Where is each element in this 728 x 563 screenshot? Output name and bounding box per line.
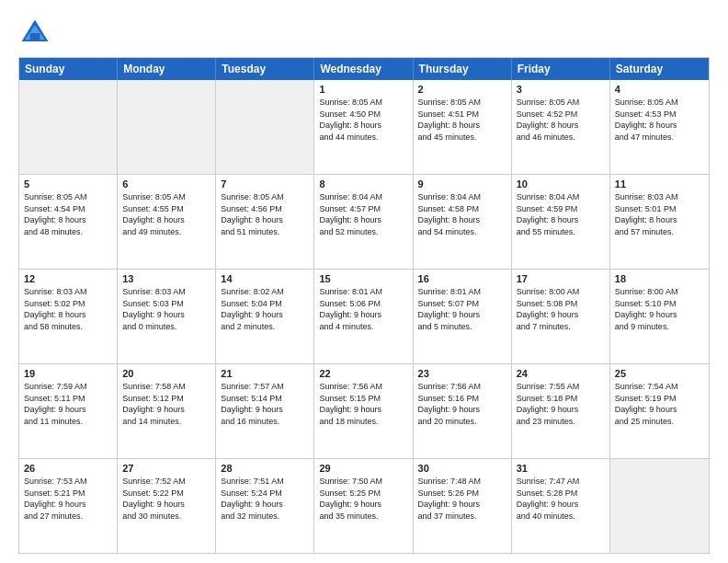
day-info: Sunrise: 8:05 AM Sunset: 4:54 PM Dayligh… [24, 191, 112, 237]
calendar-weekday-sunday: Sunday [19, 58, 118, 80]
day-number: 23 [418, 368, 506, 379]
calendar-day-27: 27Sunrise: 7:52 AM Sunset: 5:22 PM Dayli… [118, 459, 216, 553]
day-info: Sunrise: 7:54 AM Sunset: 5:19 PM Dayligh… [615, 381, 704, 427]
day-info: Sunrise: 7:47 AM Sunset: 5:28 PM Dayligh… [517, 476, 605, 522]
calendar-day-12: 12Sunrise: 8:03 AM Sunset: 5:02 PM Dayli… [19, 270, 118, 363]
day-number: 19 [24, 368, 112, 379]
day-number: 1 [319, 84, 407, 95]
day-number: 17 [517, 273, 605, 284]
calendar-day-16: 16Sunrise: 8:01 AM Sunset: 5:07 PM Dayli… [414, 270, 512, 363]
day-number: 12 [24, 273, 112, 284]
calendar-day-7: 7Sunrise: 8:05 AM Sunset: 4:56 PM Daylig… [216, 175, 314, 269]
logo [18, 17, 57, 50]
calendar-day-3: 3Sunrise: 8:05 AM Sunset: 4:52 PM Daylig… [512, 80, 610, 174]
header [18, 17, 710, 50]
day-info: Sunrise: 8:01 AM Sunset: 5:06 PM Dayligh… [319, 286, 407, 332]
day-info: Sunrise: 8:05 AM Sunset: 4:56 PM Dayligh… [221, 191, 309, 237]
calendar-day-20: 20Sunrise: 7:58 AM Sunset: 5:12 PM Dayli… [118, 364, 216, 458]
day-info: Sunrise: 7:59 AM Sunset: 5:11 PM Dayligh… [24, 381, 112, 427]
calendar-week-4: 19Sunrise: 7:59 AM Sunset: 5:11 PM Dayli… [19, 364, 709, 459]
day-info: Sunrise: 8:03 AM Sunset: 5:01 PM Dayligh… [615, 191, 704, 237]
day-number: 25 [615, 368, 704, 379]
day-number: 31 [517, 463, 605, 474]
day-number: 7 [221, 178, 309, 190]
day-number: 3 [517, 84, 605, 95]
calendar-day-25: 25Sunrise: 7:54 AM Sunset: 5:19 PM Dayli… [610, 364, 709, 458]
calendar-day-28: 28Sunrise: 7:51 AM Sunset: 5:24 PM Dayli… [216, 459, 314, 553]
day-number: 24 [517, 368, 605, 379]
day-info: Sunrise: 7:52 AM Sunset: 5:22 PM Dayligh… [122, 476, 210, 522]
calendar-week-3: 12Sunrise: 8:03 AM Sunset: 5:02 PM Dayli… [19, 270, 709, 364]
calendar-day-17: 17Sunrise: 8:00 AM Sunset: 5:08 PM Dayli… [512, 270, 610, 363]
calendar-day-empty [118, 80, 216, 174]
day-info: Sunrise: 7:55 AM Sunset: 5:18 PM Dayligh… [517, 381, 605, 427]
page: SundayMondayTuesdayWednesdayThursdayFrid… [0, 0, 728, 563]
day-info: Sunrise: 8:00 AM Sunset: 5:10 PM Dayligh… [615, 286, 704, 332]
calendar-day-4: 4Sunrise: 8:05 AM Sunset: 4:53 PM Daylig… [610, 80, 709, 174]
calendar-day-31: 31Sunrise: 7:47 AM Sunset: 5:28 PM Dayli… [512, 459, 610, 553]
day-number: 18 [615, 273, 704, 284]
day-number: 27 [122, 463, 210, 474]
day-info: Sunrise: 8:03 AM Sunset: 5:02 PM Dayligh… [24, 286, 112, 332]
day-info: Sunrise: 8:02 AM Sunset: 5:04 PM Dayligh… [221, 286, 309, 332]
day-info: Sunrise: 7:53 AM Sunset: 5:21 PM Dayligh… [24, 476, 112, 522]
calendar-day-empty [610, 459, 709, 553]
day-info: Sunrise: 8:05 AM Sunset: 4:51 PM Dayligh… [418, 97, 506, 143]
calendar-day-6: 6Sunrise: 8:05 AM Sunset: 4:55 PM Daylig… [118, 175, 216, 269]
calendar-day-8: 8Sunrise: 8:04 AM Sunset: 4:57 PM Daylig… [314, 175, 413, 269]
calendar-day-14: 14Sunrise: 8:02 AM Sunset: 5:04 PM Dayli… [216, 270, 314, 363]
calendar-week-1: 1Sunrise: 8:05 AM Sunset: 4:50 PM Daylig… [19, 80, 709, 175]
day-number: 13 [122, 273, 210, 284]
calendar-header-row: SundayMondayTuesdayWednesdayThursdayFrid… [19, 58, 709, 80]
calendar-weekday-wednesday: Wednesday [314, 58, 413, 80]
calendar-day-5: 5Sunrise: 8:05 AM Sunset: 4:54 PM Daylig… [19, 175, 118, 269]
calendar-day-23: 23Sunrise: 7:56 AM Sunset: 5:16 PM Dayli… [414, 364, 512, 458]
calendar-weekday-friday: Friday [512, 58, 610, 80]
day-number: 9 [418, 178, 506, 190]
calendar: SundayMondayTuesdayWednesdayThursdayFrid… [18, 57, 710, 554]
day-number: 21 [221, 368, 309, 379]
day-number: 10 [517, 178, 605, 190]
day-info: Sunrise: 7:58 AM Sunset: 5:12 PM Dayligh… [122, 381, 210, 427]
day-number: 26 [24, 463, 112, 474]
calendar-day-empty [19, 80, 118, 174]
calendar-body: 1Sunrise: 8:05 AM Sunset: 4:50 PM Daylig… [19, 80, 709, 553]
day-number: 5 [24, 178, 112, 190]
calendar-day-24: 24Sunrise: 7:55 AM Sunset: 5:18 PM Dayli… [512, 364, 610, 458]
day-info: Sunrise: 8:05 AM Sunset: 4:50 PM Dayligh… [319, 97, 407, 143]
calendar-day-1: 1Sunrise: 8:05 AM Sunset: 4:50 PM Daylig… [314, 80, 413, 174]
logo-icon [18, 17, 51, 50]
day-info: Sunrise: 7:56 AM Sunset: 5:15 PM Dayligh… [319, 381, 407, 427]
calendar-weekday-monday: Monday [118, 58, 216, 80]
day-number: 14 [221, 273, 309, 284]
calendar-day-29: 29Sunrise: 7:50 AM Sunset: 5:25 PM Dayli… [314, 459, 413, 553]
day-number: 20 [122, 368, 210, 379]
day-number: 4 [615, 84, 704, 95]
calendar-day-10: 10Sunrise: 8:04 AM Sunset: 4:59 PM Dayli… [512, 175, 610, 269]
day-info: Sunrise: 7:51 AM Sunset: 5:24 PM Dayligh… [221, 476, 309, 522]
svg-rect-2 [30, 33, 40, 41]
calendar-weekday-thursday: Thursday [414, 58, 512, 80]
calendar-day-11: 11Sunrise: 8:03 AM Sunset: 5:01 PM Dayli… [610, 175, 709, 269]
calendar-week-2: 5Sunrise: 8:05 AM Sunset: 4:54 PM Daylig… [19, 175, 709, 270]
day-number: 16 [418, 273, 506, 284]
calendar-weekday-saturday: Saturday [610, 58, 709, 80]
day-number: 8 [319, 178, 407, 190]
calendar-day-21: 21Sunrise: 7:57 AM Sunset: 5:14 PM Dayli… [216, 364, 314, 458]
calendar-day-30: 30Sunrise: 7:48 AM Sunset: 5:26 PM Dayli… [414, 459, 512, 553]
day-info: Sunrise: 8:01 AM Sunset: 5:07 PM Dayligh… [418, 286, 506, 332]
day-info: Sunrise: 8:04 AM Sunset: 4:59 PM Dayligh… [517, 191, 605, 237]
day-number: 15 [319, 273, 407, 284]
day-number: 28 [221, 463, 309, 474]
calendar-day-9: 9Sunrise: 8:04 AM Sunset: 4:58 PM Daylig… [414, 175, 512, 269]
calendar-day-18: 18Sunrise: 8:00 AM Sunset: 5:10 PM Dayli… [610, 270, 709, 363]
day-number: 30 [418, 463, 506, 474]
day-info: Sunrise: 8:04 AM Sunset: 4:58 PM Dayligh… [418, 191, 506, 237]
calendar-day-26: 26Sunrise: 7:53 AM Sunset: 5:21 PM Dayli… [19, 459, 118, 553]
day-number: 2 [418, 84, 506, 95]
day-info: Sunrise: 7:48 AM Sunset: 5:26 PM Dayligh… [418, 476, 506, 522]
day-number: 6 [122, 178, 210, 190]
calendar-week-5: 26Sunrise: 7:53 AM Sunset: 5:21 PM Dayli… [19, 459, 709, 553]
calendar-day-22: 22Sunrise: 7:56 AM Sunset: 5:15 PM Dayli… [314, 364, 413, 458]
day-info: Sunrise: 7:56 AM Sunset: 5:16 PM Dayligh… [418, 381, 506, 427]
